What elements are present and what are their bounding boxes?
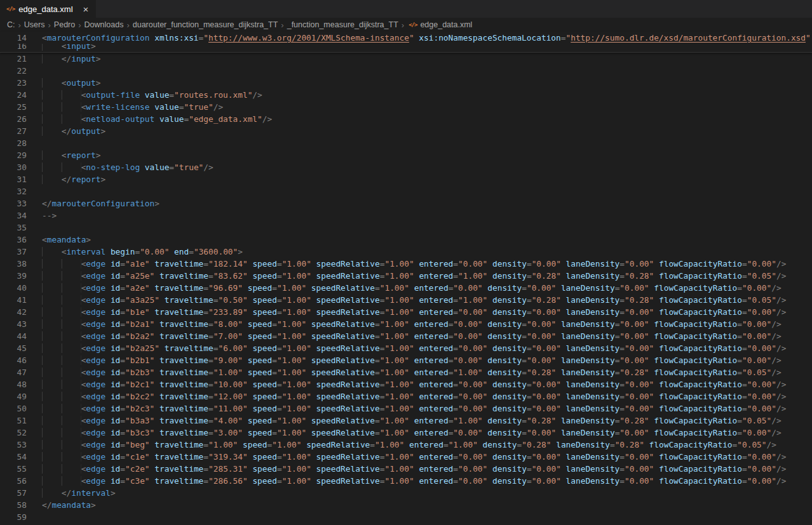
token-attribute-name: id xyxy=(105,343,120,353)
code-line[interactable]: 29 <report> xyxy=(0,149,812,161)
code-line[interactable]: 30 <no-step-log value="true"/> xyxy=(0,161,812,173)
code-line[interactable]: 52 <edge id="b3c3" traveltime="3.00" spe… xyxy=(0,427,812,439)
code-line[interactable]: 37 <interval begin="0.00" end="3600.00"> xyxy=(0,246,812,258)
code-line[interactable]: 27 </output> xyxy=(0,125,812,137)
breadcrumb-item[interactable]: edge_data.xml xyxy=(419,20,473,29)
token-tag: edge xyxy=(86,416,105,425)
token-punctuation: = xyxy=(208,356,213,365)
code-line[interactable]: 46 <edge id="b2b1" traveltime="9.00" spe… xyxy=(0,354,812,366)
code-line[interactable]: 31 </report> xyxy=(0,173,812,185)
code-line[interactable]: 51 <edge id="b3a3" traveltime="4.00" spe… xyxy=(0,415,812,427)
token-punctuation: /> xyxy=(776,404,786,413)
token-tag: edge xyxy=(86,464,105,474)
breadcrumb-separator-icon: › xyxy=(278,20,286,30)
token-tag: edge xyxy=(86,259,105,269)
code-line[interactable]: 33</marouterConfiguration> xyxy=(0,197,812,209)
code-line[interactable]: 48 <edge id="b2c1" traveltime="10.00" sp… xyxy=(0,378,812,390)
token-string: "1.00" xyxy=(384,404,414,413)
code-line[interactable]: 21 </input> xyxy=(0,53,812,65)
sticky-scroll-line[interactable]: 16 <input> xyxy=(0,44,812,52)
code-line[interactable]: 58</meandata> xyxy=(0,499,812,511)
tab-edge-data-xml[interactable]: </> edge_data.xml × xyxy=(0,0,96,18)
token-attribute-name: traveltime xyxy=(154,380,208,389)
token-attribute-name: id xyxy=(105,271,120,281)
token-string: "0.00" xyxy=(458,464,487,474)
code-line[interactable]: 38 <edge id="a1e" traveltime="182.14" sp… xyxy=(0,258,812,270)
line-content: </marouterConfiguration> xyxy=(42,197,159,209)
code-line[interactable]: 39 <edge id="a25e" traveltime="83.62" sp… xyxy=(0,270,812,282)
token-string: "edge_data.xml" xyxy=(189,114,262,124)
code-line[interactable]: 28 xyxy=(0,137,812,149)
token-punctuation: = xyxy=(522,428,527,437)
code-line[interactable]: 32 xyxy=(0,185,812,197)
tab-close-icon[interactable]: × xyxy=(82,4,90,14)
code-line[interactable]: 42 <edge id="b1e" traveltime="233.89" sp… xyxy=(0,306,812,318)
code-line[interactable]: 55 <edge id="c2e" traveltime="285.31" sp… xyxy=(0,463,812,475)
code-line[interactable]: 53 <edge id="beg" traveltime="1.00" spee… xyxy=(0,439,812,451)
breadcrumb-item[interactable]: Pedro xyxy=(53,20,76,29)
token-attribute-name: entered xyxy=(409,428,449,437)
code-line[interactable]: 22 xyxy=(0,65,812,77)
code-line[interactable]: 26 <netload-output value="edge_data.xml"… xyxy=(0,113,812,125)
token-string: "0.00" xyxy=(532,307,561,317)
token-string: "1.00" xyxy=(375,440,404,449)
token-punctuation: = xyxy=(120,319,125,329)
code-line[interactable]: 49 <edge id="b2c2" traveltime="12.00" sp… xyxy=(0,390,812,402)
code-line[interactable]: 50 <edge id="b2c3" traveltime="11.00" sp… xyxy=(0,402,812,415)
code-line[interactable]: 56 <edge id="c3e" traveltime="286.56" sp… xyxy=(0,475,812,487)
token-attribute-name: flowCapacityRatio xyxy=(654,380,742,389)
line-content: <edge id="b1e" traveltime="233.89" speed… xyxy=(42,306,786,318)
token-attribute-name: laneDensity xyxy=(561,307,619,317)
token-attribute-name: flowCapacityRatio xyxy=(649,331,738,341)
code-line[interactable]: 44 <edge id="b2a2" traveltime="7.00" spe… xyxy=(0,330,812,342)
token-punctuation: /> xyxy=(771,283,781,293)
token-indent-whitespace xyxy=(42,476,81,486)
token-attribute-name: speedRelative xyxy=(311,259,380,269)
breadcrumb-item[interactable]: Downloads xyxy=(84,20,125,29)
token-attribute-name: density xyxy=(483,283,522,293)
token-string: "0.00" xyxy=(747,259,776,269)
code-line[interactable]: 40 <edge id="a2e" traveltime="96.69" spe… xyxy=(0,282,812,294)
token-attribute-name: density xyxy=(478,440,517,449)
code-line[interactable]: 34--> xyxy=(0,209,812,222)
code-line[interactable]: 41 <edge id="a3a25" traveltime="0.50" sp… xyxy=(0,294,812,306)
token-indent-whitespace xyxy=(42,428,81,437)
code-line[interactable]: 36<meandata> xyxy=(0,234,812,246)
token-attribute-name: id xyxy=(105,380,120,389)
code-line[interactable]: 23 <output> xyxy=(0,77,812,89)
code-line[interactable]: 24 <output-file value="routes.rou.xml"/> xyxy=(0,89,812,101)
code-line[interactable]: 25 <write-license value="true"/> xyxy=(0,101,812,113)
code-line[interactable]: 47 <edge id="b2b3" traveltime="1.00" spe… xyxy=(0,366,812,378)
token-attribute-name: traveltime xyxy=(150,283,204,293)
token-string: "1.00" xyxy=(282,452,311,462)
code-line[interactable]: 54 <edge id="c1e" traveltime="319.34" sp… xyxy=(0,451,812,463)
token-punctuation: < xyxy=(42,235,47,244)
sticky-scroll-line[interactable]: 14<marouterConfiguration xmlns:xsi="http… xyxy=(0,32,812,44)
code-line[interactable]: 59 xyxy=(0,511,812,523)
code-line[interactable]: 45 <edge id="b2a25" traveltime="6.00" sp… xyxy=(0,342,812,354)
token-string: "1.00" xyxy=(282,271,311,281)
breadcrumb-item[interactable]: _function_measure_dijkstra_TT xyxy=(287,20,399,29)
token-tag: edge xyxy=(86,428,105,437)
breadcrumb-item[interactable]: C: xyxy=(6,20,16,29)
token-punctuation: /> xyxy=(771,331,781,341)
token-string: "6.00" xyxy=(218,343,247,353)
token-string: "b2c1" xyxy=(125,380,154,389)
token-string: "0.00" xyxy=(742,319,771,329)
token-attribute-name: id xyxy=(105,440,120,449)
token-string: "routes.rou.xml" xyxy=(174,90,252,100)
code-line[interactable]: 57 </interval> xyxy=(0,487,812,499)
token-string: "0.00" xyxy=(747,343,776,353)
token-indent-whitespace xyxy=(42,150,62,160)
tab-label: edge_data.xml xyxy=(18,4,72,14)
token-string: "1.00" xyxy=(277,319,306,329)
code-line[interactable]: 43 <edge id="b2a1" traveltime="8.00" spe… xyxy=(0,318,812,330)
token-punctuation: = xyxy=(742,271,747,281)
code-line[interactable]: 35 xyxy=(0,222,812,234)
token-punctuation: = xyxy=(208,368,213,377)
token-string: "1.00" xyxy=(453,368,482,377)
breadcrumb-item[interactable]: duarouter_function_measure_dijkstra_TT xyxy=(132,20,279,29)
token-tag: input xyxy=(67,44,91,51)
line-number: 26 xyxy=(0,113,27,125)
breadcrumb-item[interactable]: Users xyxy=(24,20,46,29)
